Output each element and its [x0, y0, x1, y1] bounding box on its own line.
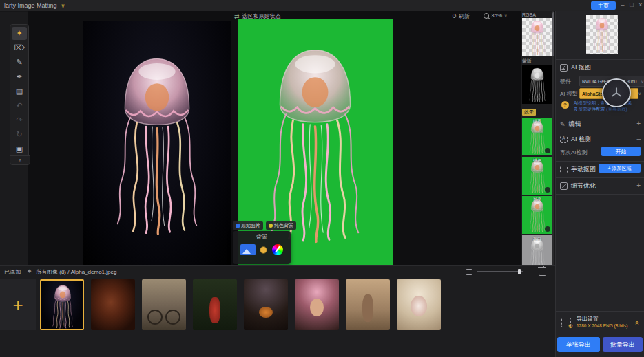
added-tab[interactable]: 已添加	[4, 268, 21, 276]
edit-section-header[interactable]: ✎ 编辑	[560, 120, 581, 129]
add-region-button[interactable]: + 添加区域	[599, 164, 641, 173]
ai-detect-start-button[interactable]: 开始	[601, 147, 641, 156]
jellyfish-rgba-art	[524, 19, 550, 55]
jellyfish-preview-art	[589, 17, 615, 52]
filmstrip-thumb-tree-roots[interactable]	[91, 279, 135, 330]
detail-optimize-section-header[interactable]: 细节优化	[560, 182, 596, 191]
filmstrip-thumb-woman-flower-crown[interactable]	[295, 279, 339, 330]
floating-logo-badge[interactable]	[602, 78, 631, 107]
result-preview-thumb[interactable]	[586, 15, 618, 54]
edit-pencil-icon: ✎	[560, 121, 565, 128]
brush-icon: ✒	[16, 72, 22, 81]
zoom-chevron-down-icon: ∨	[504, 13, 507, 18]
reset-button[interactable]: ↻	[12, 128, 27, 141]
thumb-size-slider-handle[interactable]	[518, 269, 521, 274]
filmstrip-thumb-bicycle[interactable]	[142, 279, 186, 330]
effect-thumb-2[interactable]: 纯色	[522, 157, 552, 195]
export-settings-title: 导出设置	[577, 315, 599, 323]
effects-scrollbar[interactable]	[552, 11, 554, 265]
redo-button[interactable]: ↷	[12, 113, 27, 127]
manual-matting-section-header[interactable]: 手动抠图	[560, 165, 596, 174]
background-image-option[interactable]	[240, 244, 256, 255]
export-settings-icon: ⚙	[561, 318, 571, 327]
ai-detect-icon: A	[560, 136, 568, 143]
zoom-control[interactable]: 35% ∨	[484, 12, 507, 19]
titlebar: larty Image Matting ∨ 主页 – □ ×	[0, 0, 644, 12]
effects-label: 效果	[522, 109, 536, 116]
ai-matting-section-header[interactable]: AI 抠图	[560, 63, 591, 72]
maximize-button[interactable]: □	[627, 1, 636, 8]
jellyfish-mask-art	[524, 67, 550, 102]
filmstrip-thumb-woman-with-roses[interactable]	[397, 279, 441, 330]
reset-icon: ↻	[16, 130, 22, 139]
pill-original-image[interactable]: 原始图片	[233, 221, 263, 230]
ai-detect-section-header[interactable]: A AI 检测	[560, 135, 591, 144]
edit-expand-icon[interactable]: +	[636, 120, 641, 127]
delete-image-icon[interactable]	[539, 269, 546, 276]
manual-marquee-icon	[560, 166, 568, 173]
app-title: larty Image Matting	[4, 2, 57, 9]
mask-label: 蒙版	[522, 58, 553, 65]
settings-panel: AI 抠图 硬件 NVIDIA GeForce RTX 3060 ∨ AI 模型…	[555, 11, 644, 357]
roller-icon: ▤	[16, 87, 23, 96]
minimize-button[interactable]: –	[619, 1, 627, 8]
breadcrumb[interactable]: 所有图像 (8) / Alpha_demo1.jpeg	[36, 268, 116, 276]
background-solid-color-option[interactable]	[260, 246, 267, 254]
background-panel-title: 背景	[233, 233, 291, 241]
pill-solid-color[interactable]: 纯色背景	[266, 221, 296, 230]
filmstrip-thumb-woman-in-garden[interactable]	[346, 279, 390, 330]
detail-expand-icon[interactable]: +	[636, 182, 641, 189]
jellyfish-thumb-art	[48, 283, 77, 329]
app-menu-chevron-icon[interactable]: ∨	[61, 3, 65, 9]
mask-preview-thumb[interactable]	[522, 65, 552, 104]
original-image[interactable]	[83, 21, 231, 265]
toolbar-collapse[interactable]: ∧	[10, 155, 30, 165]
ai-detect-collapse-icon[interactable]: –	[636, 135, 641, 142]
effect-thumb-1[interactable]: 绿幕	[522, 118, 552, 155]
filmstrip-header: 已添加 ◆ 所有图像 (8) / Alpha_demo1.jpeg	[0, 266, 555, 277]
export-batch-button[interactable]: 批量导出	[603, 337, 643, 352]
layer-preview-column: RGBA 蒙版 效果 绿幕 纯色 渐变 灰白 模糊	[521, 11, 553, 265]
close-button[interactable]: ×	[636, 1, 644, 8]
undo-button[interactable]: ↶	[12, 99, 27, 112]
marquee-tool[interactable]: ▣	[12, 142, 27, 155]
effect-thumb-4[interactable]: 灰白	[522, 235, 552, 265]
add-image-button[interactable]: +	[0, 279, 36, 330]
magnifier-icon	[484, 13, 489, 19]
color-dot-icon	[269, 224, 273, 228]
detail-optimize-icon	[560, 182, 568, 190]
rgba-preview-thumb[interactable]	[522, 18, 552, 56]
home-button[interactable]: 主页	[591, 1, 616, 10]
pen-icon: ✎	[16, 58, 22, 67]
refresh-icon: ↺	[452, 13, 457, 19]
effect-thumb-label: 渐变	[522, 197, 552, 203]
background-color-wheel-picker[interactable]	[272, 244, 283, 255]
hardware-label: 硬件	[560, 78, 571, 85]
export-info: 1280 X 2048 PNG (8 bits)	[577, 323, 627, 328]
magic-wand-tool[interactable]: ✦	[12, 27, 27, 40]
filmstrip-thumb-woman-red-dress-forest[interactable]	[193, 279, 237, 330]
ai-matting-icon	[560, 64, 568, 72]
model-hint-more-link[interactable]: (查看教程)	[606, 107, 627, 111]
undo-icon: ↶	[16, 101, 22, 110]
export-single-button[interactable]: 单张导出	[557, 337, 600, 352]
pen-tool[interactable]: ✎	[12, 56, 27, 69]
rgba-label: RGBA	[522, 12, 553, 17]
eraser-tool[interactable]: ⌦	[12, 41, 27, 54]
refresh-button[interactable]: ↺ 刷新	[452, 12, 470, 20]
filmstrip-thumb-jellyfish[interactable]	[40, 279, 84, 330]
effect-thumb-3[interactable]: 渐变	[522, 196, 552, 234]
ai-matting-title: AI 抠图	[571, 63, 591, 72]
effects-scrollbar-thumb[interactable]	[552, 12, 554, 56]
magic-wand-icon: ✦	[16, 29, 22, 38]
thumb-size-slider[interactable]	[477, 271, 523, 272]
brush-tool[interactable]: ✒	[12, 70, 27, 83]
marquee-icon: ▣	[16, 144, 23, 153]
help-icon[interactable]: ?	[561, 101, 569, 109]
export-collapse-icon[interactable]: »	[634, 321, 641, 325]
roller-tool[interactable]: ▤	[12, 85, 27, 98]
pill-solid-label: 纯色背景	[274, 222, 293, 229]
triskelion-logo-icon	[609, 85, 624, 100]
filmstrip-thumb-woman-with-bouquet[interactable]	[244, 279, 288, 330]
effect-thumb-label: 绿幕	[522, 118, 552, 125]
